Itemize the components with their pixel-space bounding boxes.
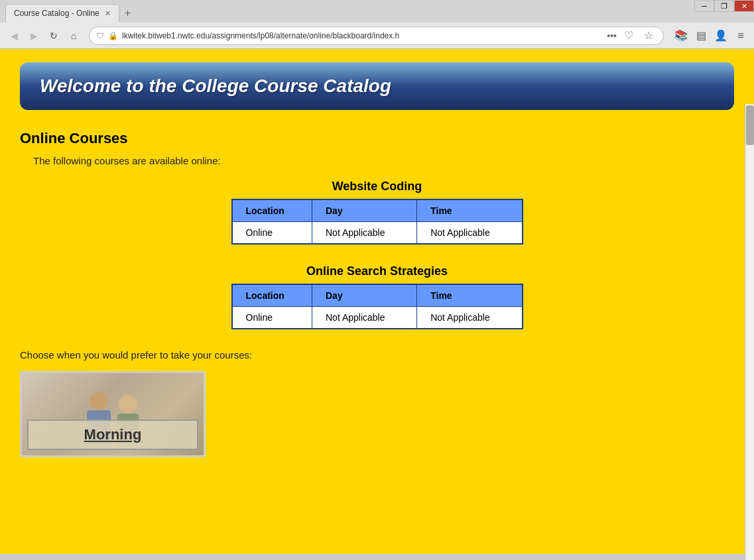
close-button[interactable]: ✕ bbox=[734, 0, 754, 12]
page-content: Welcome to the College Course Catalog On… bbox=[0, 49, 754, 554]
cell-time-1: Not Applicable bbox=[417, 222, 523, 245]
url-display: lkwitek.bitweb1.nwtc.edu/assignments/lp0… bbox=[122, 31, 603, 40]
more-options-icon[interactable]: ••• bbox=[607, 30, 617, 41]
tab-close-icon[interactable]: ✕ bbox=[105, 9, 111, 18]
col-location-1: Location bbox=[232, 199, 312, 222]
back-button[interactable]: ◀ bbox=[5, 27, 23, 44]
scrollbar-thumb[interactable] bbox=[746, 105, 754, 145]
tab-title: Course Catalog - Online bbox=[14, 9, 99, 18]
address-bar[interactable]: 🛡 🔒 lkwitek.bitweb1.nwtc.edu/assignments… bbox=[89, 27, 664, 45]
restore-button[interactable]: ❐ bbox=[714, 0, 734, 12]
reader-mode-icon[interactable]: ▤ bbox=[693, 28, 709, 44]
active-tab[interactable]: Course Catalog - Online ✕ bbox=[5, 4, 119, 23]
col-day-1: Day bbox=[312, 199, 417, 222]
new-tab-button[interactable]: + bbox=[119, 7, 136, 19]
minimize-button[interactable]: ─ bbox=[694, 0, 714, 12]
cell-time-2: Not Applicable bbox=[417, 307, 523, 329]
col-location-2: Location bbox=[232, 284, 312, 307]
course-2-table: Location Day Time Online Not Applicable … bbox=[231, 284, 523, 329]
refresh-button[interactable]: ↻ bbox=[45, 27, 62, 44]
col-time-2: Time bbox=[417, 284, 523, 307]
col-day-2: Day bbox=[312, 284, 417, 307]
star-icon[interactable]: ☆ bbox=[641, 28, 657, 44]
security-icon: 🛡 bbox=[96, 31, 104, 40]
intro-text: The following courses are available onli… bbox=[33, 155, 734, 166]
cell-location-1: Online bbox=[232, 222, 312, 245]
scrollbar[interactable] bbox=[745, 104, 754, 560]
morning-card-label[interactable]: Morning bbox=[27, 420, 198, 450]
tab-bar: Course Catalog - Online ✕ + bbox=[0, 0, 754, 23]
forward-button[interactable]: ▶ bbox=[25, 27, 42, 44]
course-block-2: Online Search Strategies Location Day Ti… bbox=[20, 264, 734, 329]
course-1-title: Website Coding bbox=[332, 180, 422, 194]
morning-label: Morning bbox=[84, 426, 142, 443]
choose-text: Choose when you would prefer to take you… bbox=[20, 349, 734, 361]
menu-icon[interactable]: ≡ bbox=[733, 28, 749, 44]
heart-icon[interactable]: ♡ bbox=[621, 28, 637, 44]
table-row: Online Not Applicable Not Applicable bbox=[232, 222, 523, 245]
window-controls: ─ ❐ ✕ bbox=[694, 0, 754, 12]
cell-day-2: Not Applicable bbox=[312, 307, 417, 329]
course-block-1: Website Coding Location Day Time Online … bbox=[20, 180, 734, 245]
browser-window: ─ ❐ ✕ Course Catalog - Online ✕ + ◀ ▶ ↻ … bbox=[0, 0, 754, 554]
course-1-table: Location Day Time Online Not Applicable … bbox=[231, 199, 523, 245]
morning-card[interactable]: Morning bbox=[20, 371, 206, 457]
navigation-bar: ◀ ▶ ↻ ⌂ 🛡 🔒 lkwitek.bitweb1.nwtc.edu/ass… bbox=[0, 23, 754, 49]
page-banner: Welcome to the College Course Catalog bbox=[20, 62, 734, 110]
lock-icon: 🔒 bbox=[108, 31, 118, 40]
account-icon[interactable]: 👤 bbox=[713, 28, 729, 44]
cell-day-1: Not Applicable bbox=[312, 222, 417, 245]
course-2-title: Online Search Strategies bbox=[306, 264, 448, 278]
section-heading: Online Courses bbox=[20, 130, 734, 147]
col-time-1: Time bbox=[417, 199, 523, 222]
banner-title: Welcome to the College Course Catalog bbox=[40, 76, 714, 97]
table-row: Online Not Applicable Not Applicable bbox=[232, 307, 523, 329]
bookmarks-icon[interactable]: 📚 bbox=[673, 28, 689, 44]
toolbar-icons: 📚 ▤ 👤 ≡ bbox=[673, 28, 749, 44]
home-button[interactable]: ⌂ bbox=[65, 27, 82, 44]
cell-location-2: Online bbox=[232, 307, 312, 329]
